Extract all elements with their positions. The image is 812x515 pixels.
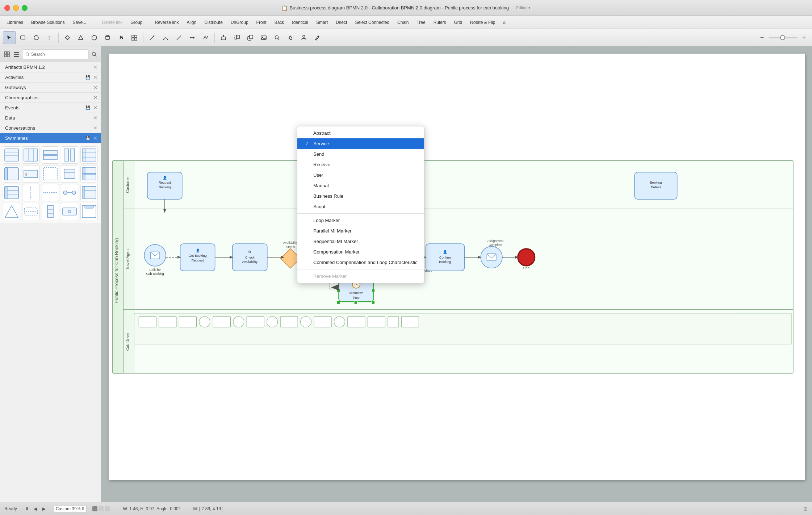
person-tool[interactable] [297, 31, 310, 44]
connector-tool[interactable] [146, 31, 159, 44]
section-conversations[interactable]: Conversations ✕ [0, 123, 101, 133]
section-artifacts[interactable]: Artifacts BPMN 1.2 ✕ [0, 62, 101, 72]
section-activities-close[interactable]: ✕ [93, 75, 97, 80]
bent-tool[interactable] [172, 31, 185, 44]
menu-more-icon[interactable]: » [499, 19, 508, 26]
shape-extra-2[interactable] [22, 203, 39, 220]
canvas-area[interactable]: Public Process for Cab Booking Customer … [101, 46, 812, 502]
menu-item-loop-marker[interactable]: Loop Marker [297, 215, 424, 226]
close-button[interactable] [4, 5, 10, 11]
shape-flow-lane-4[interactable] [61, 165, 78, 183]
triangle-tool[interactable] [74, 31, 87, 44]
menu-group[interactable]: Group [127, 18, 146, 26]
circle-tool[interactable] [30, 31, 43, 44]
shape-extra-3[interactable] [42, 203, 59, 220]
menu-select-connected[interactable]: Select Connected [351, 18, 393, 26]
panel-search-toggle[interactable] [90, 49, 98, 59]
minimize-button[interactable] [13, 5, 19, 11]
search-tool[interactable] [271, 31, 284, 44]
multi-shape-tool[interactable] [128, 31, 141, 44]
rectangle-tool[interactable] [16, 31, 29, 44]
swimlanes-save-icon[interactable]: 💾 [85, 136, 91, 141]
hexagon-tool[interactable] [88, 31, 101, 44]
hand-tool[interactable] [284, 31, 297, 44]
menu-rulers[interactable]: Rulers [430, 18, 450, 26]
menu-item-script[interactable]: Script [297, 201, 424, 212]
shape-flow-lane-2[interactable]: ||| [22, 165, 39, 183]
menu-item-send[interactable]: Send [297, 149, 424, 159]
nav-pause[interactable]: ⏸ [23, 505, 31, 513]
menu-smart[interactable]: Smart [313, 18, 331, 26]
menu-delete-link[interactable]: Delete link [99, 18, 126, 26]
resize-grip[interactable]: ⊞ [803, 506, 808, 512]
menu-item-business-rule[interactable]: Business Rule [297, 191, 424, 201]
panel-grid-icon[interactable] [3, 49, 11, 59]
shape-3lane-h[interactable] [3, 184, 20, 201]
menu-front[interactable]: Front [253, 18, 270, 26]
shape-dotted-v[interactable] [22, 184, 39, 201]
menu-tree[interactable]: Tree [413, 18, 429, 26]
section-artifacts-close[interactable]: ✕ [93, 64, 97, 70]
shape-node-connect[interactable] [61, 184, 78, 201]
group-tool[interactable] [230, 31, 243, 44]
pointer-tool[interactable] [3, 31, 16, 44]
maximize-button[interactable] [22, 5, 28, 11]
shape-flow-lane-3[interactable] [42, 165, 59, 183]
menu-browse-solutions[interactable]: Browse Solutions [28, 18, 68, 26]
bidirectional-tool[interactable] [186, 31, 199, 44]
shape-dotted-h[interactable] [42, 184, 59, 201]
search-input[interactable] [31, 52, 85, 57]
page-dot-2[interactable] [99, 506, 104, 511]
menu-chain[interactable]: Chain [394, 18, 412, 26]
menu-identical[interactable]: Identical [288, 18, 312, 26]
zoom-in-btn[interactable]: + [799, 33, 809, 43]
menu-distribute[interactable]: Distribute [201, 18, 226, 26]
menu-item-parallel-mi[interactable]: Parallel MI Marker [297, 226, 424, 236]
menu-item-manual[interactable]: Manual [297, 180, 424, 191]
section-events[interactable]: Events 💾 ✕ [0, 103, 101, 113]
section-data[interactable]: Data ✕ [0, 113, 101, 123]
section-gateways-close[interactable]: ✕ [93, 85, 97, 90]
text-tool[interactable]: T [43, 31, 56, 44]
menu-item-user[interactable]: User [297, 170, 424, 180]
section-gateways[interactable]: Gateways ✕ [0, 83, 101, 93]
page-dot-3[interactable] [105, 506, 110, 511]
menu-back[interactable]: Back [271, 18, 288, 26]
section-swimlanes-close[interactable]: ✕ [93, 135, 97, 141]
shape-flow-lane-1[interactable] [3, 165, 20, 183]
menu-reverse-link[interactable]: Reverse link [151, 18, 183, 26]
zoom-select[interactable]: Custom 39% ⬆ [54, 505, 87, 512]
nav-next[interactable]: ▶ [40, 505, 48, 513]
section-choreographies-close[interactable]: ✕ [93, 95, 97, 100]
menu-item-abstract[interactable]: Abstract [297, 128, 424, 138]
shape-labeled-pool[interactable] [80, 146, 98, 164]
nav-prev[interactable]: ◀ [32, 505, 39, 513]
page-dot-1[interactable] [92, 506, 97, 511]
menu-item-sequential-mi[interactable]: Sequential MI Marker [297, 236, 424, 247]
pencil-tool[interactable] [311, 31, 324, 44]
shape-extra-4[interactable] [61, 203, 78, 220]
shape-v-lane[interactable] [61, 146, 78, 164]
shape-horizontal-pool[interactable] [3, 146, 20, 164]
section-conversations-close[interactable]: ✕ [93, 125, 97, 131]
activities-save-icon[interactable]: 💾 [85, 75, 91, 80]
menu-item-receive[interactable]: Receive [297, 159, 424, 170]
menu-item-compensation[interactable]: Compensation Marker [297, 247, 424, 257]
menu-libraries[interactable]: Libraries [3, 18, 27, 26]
section-activities[interactable]: Activities 💾 ✕ [0, 72, 101, 83]
menu-grid[interactable]: Grid [450, 18, 466, 26]
menu-save[interactable]: Save... [69, 18, 90, 26]
menu-item-combined[interactable]: Combined Compensation and Loop Character… [297, 257, 424, 268]
zoom-out-btn[interactable]: − [757, 33, 767, 43]
parallelogram-tool[interactable] [114, 31, 127, 44]
menu-ungroup[interactable]: UnGroup [227, 18, 252, 26]
shape-flow-lane-5[interactable] [80, 165, 98, 183]
shape-extra-1[interactable] [3, 203, 20, 220]
polyline-tool[interactable] [199, 31, 212, 44]
image-tool[interactable] [257, 31, 270, 44]
cylinder-tool[interactable] [101, 31, 114, 44]
shape-complex-pool[interactable] [80, 184, 98, 201]
shape-h-lane[interactable] [42, 146, 59, 164]
menu-direct[interactable]: Direct [332, 18, 351, 26]
section-choreographies[interactable]: Choreographies ✕ [0, 93, 101, 103]
